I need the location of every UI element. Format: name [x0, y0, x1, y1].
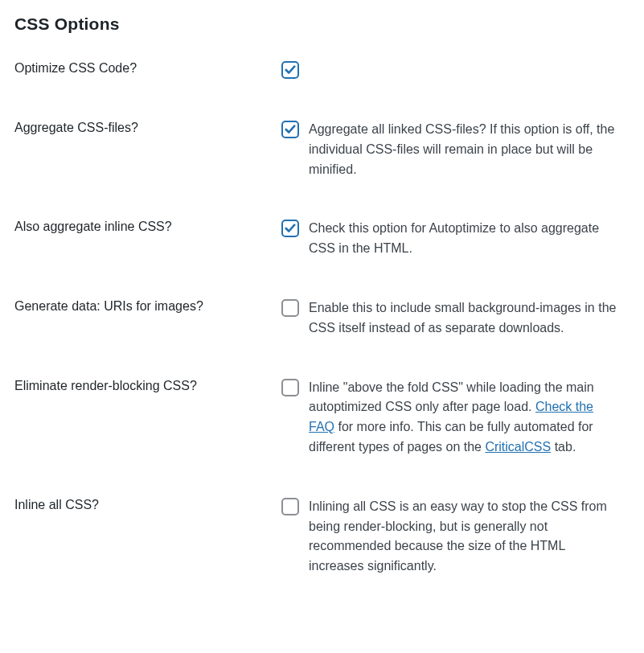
checkbox-optimize-css[interactable] — [281, 61, 299, 79]
check-icon — [285, 223, 296, 234]
checkbox-wrap — [280, 60, 301, 80]
control-col: Inlining all CSS is an easy way to stop … — [280, 496, 630, 577]
label-aggregate-inline-css: Also aggregate inline CSS? — [14, 218, 280, 234]
desc-text: tab. — [551, 440, 576, 454]
desc-aggregate-inline-css: Check this option for Autoptimize to als… — [309, 218, 622, 259]
checkbox-wrap — [280, 218, 301, 239]
control-col: Enable this to include small background-… — [280, 298, 630, 339]
row-eliminate-render-blocking: Eliminate render-blocking CSS? Inline "a… — [14, 377, 630, 458]
desc-eliminate-render-blocking: Inline "above the fold CSS" while loadin… — [309, 377, 622, 458]
check-icon — [285, 64, 296, 76]
row-optimize-css: Optimize CSS Code? — [14, 60, 630, 80]
checkbox-data-uris[interactable] — [281, 299, 299, 317]
checkbox-aggregate-inline-css[interactable] — [281, 220, 299, 237]
label-optimize-css: Optimize CSS Code? — [14, 60, 280, 76]
desc-inline-all-css: Inlining all CSS is an easy way to stop … — [309, 496, 622, 577]
row-aggregate-css: Aggregate CSS-files? Aggregate all linke… — [14, 119, 630, 179]
row-aggregate-inline-css: Also aggregate inline CSS? Check this op… — [14, 218, 630, 259]
control-col: Check this option for Autoptimize to als… — [280, 218, 630, 259]
row-data-uris: Generate data: URIs for images? Enable t… — [14, 298, 630, 339]
checkbox-wrap — [280, 496, 301, 517]
checkbox-eliminate-render-blocking[interactable] — [281, 379, 299, 396]
section-title: CSS Options — [14, 14, 630, 34]
label-data-uris: Generate data: URIs for images? — [14, 298, 280, 314]
desc-aggregate-css: Aggregate all linked CSS-files? If this … — [309, 119, 622, 179]
checkbox-wrap — [280, 298, 301, 318]
control-col — [280, 60, 630, 80]
row-inline-all-css: Inline all CSS? Inlining all CSS is an e… — [14, 496, 630, 577]
label-aggregate-css: Aggregate CSS-files? — [14, 119, 280, 135]
control-col: Inline "above the fold CSS" while loadin… — [280, 377, 630, 458]
label-inline-all-css: Inline all CSS? — [14, 496, 280, 512]
control-col: Aggregate all linked CSS-files? If this … — [280, 119, 630, 179]
checkbox-inline-all-css[interactable] — [281, 498, 299, 515]
link-criticalcss[interactable]: CriticalCSS — [485, 440, 551, 454]
checkbox-wrap — [280, 377, 301, 398]
label-eliminate-render-blocking: Eliminate render-blocking CSS? — [14, 377, 280, 393]
desc-data-uris: Enable this to include small background-… — [309, 298, 622, 339]
check-icon — [285, 124, 296, 135]
checkbox-wrap — [280, 119, 301, 140]
checkbox-aggregate-css[interactable] — [281, 121, 299, 138]
